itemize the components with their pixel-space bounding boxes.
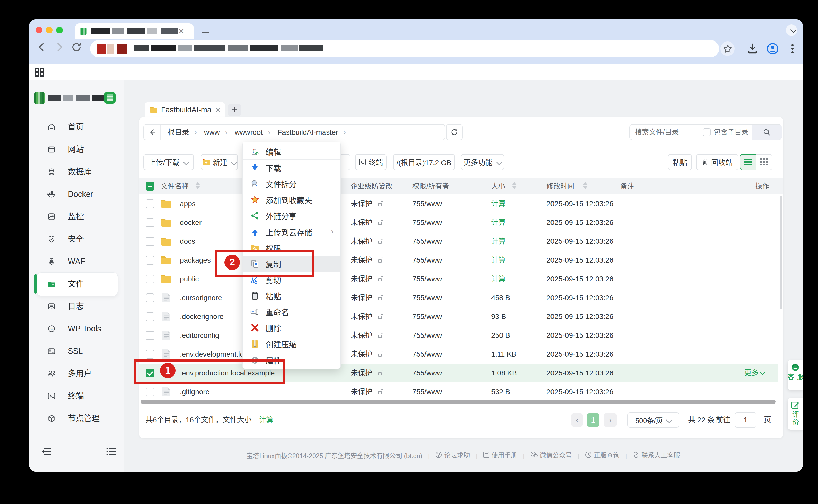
new-button[interactable]: 新建 <box>201 154 238 170</box>
file-name[interactable]: apps <box>180 194 196 213</box>
browser-tab[interactable]: ✕ <box>75 23 194 39</box>
include-subdir-checkbox[interactable] <box>703 128 711 136</box>
row-checkbox[interactable] <box>146 275 154 283</box>
grid-view-toggle[interactable] <box>756 154 772 170</box>
size-calc-link[interactable]: 计算 <box>491 194 506 213</box>
profile-avatar-icon[interactable] <box>766 43 779 55</box>
manual-link[interactable]: 使用手册 <box>483 450 517 459</box>
calc-size-link[interactable]: 计算 <box>259 416 274 424</box>
page-size-select[interactable]: 500条/页 <box>627 412 679 428</box>
menu-item-split[interactable]: 文件拆分 <box>243 176 340 192</box>
back-icon[interactable] <box>35 41 48 53</box>
sidebar-item-website[interactable]: 网站 <box>34 141 120 157</box>
more-actions-button[interactable]: 更多 <box>729 364 764 382</box>
customer-service-widget[interactable]: 客服 <box>788 360 803 390</box>
row-checkbox[interactable] <box>146 293 154 302</box>
forward-icon[interactable] <box>53 41 66 53</box>
file-name[interactable]: .dockerignore <box>180 307 224 326</box>
menu-item-delete[interactable]: 删除 <box>243 320 340 336</box>
table-row[interactable]: .editorconfig 未保护 755/www 250 B 2025-09-… <box>139 326 778 345</box>
sidebar-item-multiuser[interactable]: 多用户 <box>34 366 120 382</box>
sidebar-item-wp-tools[interactable]: W WP Tools <box>34 321 120 337</box>
table-row[interactable]: apps 未保护 755/www 计算 2025-09-15 12:03:26 <box>139 194 778 213</box>
menu-item-upload-cloud[interactable]: 上传到云存储 › <box>243 224 340 240</box>
breadcrumb-project[interactable]: FastbuildAI-master <box>278 128 338 136</box>
menu-list-icon[interactable] <box>106 446 117 457</box>
more-features-button[interactable]: 更多功能 <box>461 154 504 170</box>
menu-item-edit[interactable]: 编辑 <box>243 144 340 159</box>
row-checkbox[interactable] <box>146 331 154 340</box>
file-manager-tab[interactable]: FastbuildAI-ma ✕ <box>145 102 225 117</box>
sidebar-item-ssl[interactable]: SSL <box>34 343 120 359</box>
reload-icon[interactable] <box>70 41 83 53</box>
search-submit-button[interactable] <box>752 125 782 140</box>
header-modified-time[interactable]: 修改时间 <box>546 178 574 194</box>
bookmark-star-icon[interactable] <box>723 44 733 54</box>
size-calc-link[interactable]: 计算 <box>491 232 506 251</box>
table-row[interactable]: .gitignore 未保护 755/www 532 B 2025-09-15 … <box>139 382 778 401</box>
file-name[interactable]: docs <box>180 232 195 251</box>
menu-dots-icon[interactable] <box>790 43 795 54</box>
list-view-toggle[interactable] <box>740 154 756 170</box>
tab-search-button[interactable] <box>786 24 797 36</box>
breadcrumb-wwwroot[interactable]: wwwroot <box>235 128 263 136</box>
apps-grid-icon[interactable] <box>35 67 45 77</box>
forum-help-link[interactable]: 论坛求助 <box>435 450 470 459</box>
horizontal-scrollbar[interactable] <box>141 400 776 404</box>
size-calc-link[interactable]: 计算 <box>491 270 506 288</box>
sort-size-icon[interactable] <box>512 182 517 189</box>
row-checkbox[interactable] <box>146 388 154 396</box>
sort-filename-icon[interactable] <box>195 182 200 189</box>
refresh-path-button[interactable] <box>446 124 463 140</box>
breadcrumb-root[interactable]: 根目录 <box>168 128 189 136</box>
select-all-checkbox[interactable] <box>146 182 154 191</box>
sidebar-item-waf[interactable]: WAF <box>34 254 120 270</box>
header-filename[interactable]: 文件名称 <box>161 178 189 194</box>
contact-support-link[interactable]: 联系人工客服 <box>633 450 680 459</box>
table-row[interactable]: .cursorignore 未保护 755/www 458 B 2025-09-… <box>139 288 778 307</box>
row-checkbox[interactable] <box>146 218 154 227</box>
paste-button[interactable]: 粘贴 <box>668 154 692 170</box>
page-number-active[interactable]: 1 <box>587 413 599 427</box>
goto-page-input[interactable] <box>735 412 756 428</box>
download-icon[interactable] <box>747 43 758 55</box>
table-row[interactable]: .dockerignore 未保护 755/www 93 B 2025-09-1… <box>139 307 778 326</box>
next-page-button[interactable]: › <box>604 413 617 427</box>
minimize-window-button[interactable] <box>46 27 53 33</box>
menu-item-compress[interactable]: 创建压缩 <box>243 336 340 352</box>
sort-modified-icon[interactable] <box>583 182 588 189</box>
second-tab-censored[interactable] <box>202 32 209 33</box>
path-back-button[interactable] <box>144 125 161 140</box>
row-checkbox[interactable] <box>146 312 154 321</box>
sidebar-item-monitor[interactable]: 监控 <box>34 209 120 225</box>
menu-item-share[interactable]: 外链分享 <box>243 208 340 224</box>
row-checkbox[interactable] <box>146 350 154 359</box>
sidebar-item-logs[interactable]: 日志 <box>34 298 120 314</box>
size-calc-link[interactable]: 计算 <box>491 251 506 270</box>
search-input[interactable] <box>635 126 700 138</box>
url-bar[interactable] <box>90 40 719 57</box>
disk-usage-button[interactable]: /(根目录)17.2 GB <box>393 154 455 170</box>
row-checkbox[interactable] <box>146 237 154 246</box>
sidebar-item-home[interactable]: 首页 <box>34 119 120 135</box>
size-calc-link[interactable]: 计算 <box>491 213 506 232</box>
menu-item-favorite[interactable]: 添加到收藏夹 <box>243 192 340 208</box>
file-name[interactable]: public <box>180 270 199 288</box>
menu-item-paste[interactable]: 粘贴 <box>243 288 340 304</box>
vertical-scrollbar[interactable] <box>780 196 782 309</box>
close-window-button[interactable] <box>36 27 42 33</box>
sidebar-item-node-manage[interactable]: 节点管理 <box>34 410 120 426</box>
prev-page-button[interactable]: ‹ <box>571 413 583 427</box>
sidebar-item-docker[interactable]: Docker <box>34 186 120 202</box>
breadcrumb-www[interactable]: www <box>204 128 220 136</box>
add-tab-button[interactable]: + <box>228 104 241 116</box>
sidebar-item-files[interactable]: 文件 <box>34 276 120 292</box>
menu-item-rename[interactable]: 重命名 <box>243 304 340 320</box>
maximize-window-button[interactable] <box>56 27 63 33</box>
recycle-bin-button[interactable]: 回收站 <box>696 154 738 170</box>
table-row[interactable]: docs 未保护 755/www 计算 2025-09-15 12:03:26 <box>139 232 778 251</box>
table-row[interactable]: docker 未保护 755/www 计算 2025-09-15 12:03:2… <box>139 213 778 232</box>
menu-item-download[interactable]: 下载 <box>243 160 340 176</box>
row-checkbox[interactable] <box>146 256 154 265</box>
row-checkbox[interactable] <box>146 199 154 208</box>
